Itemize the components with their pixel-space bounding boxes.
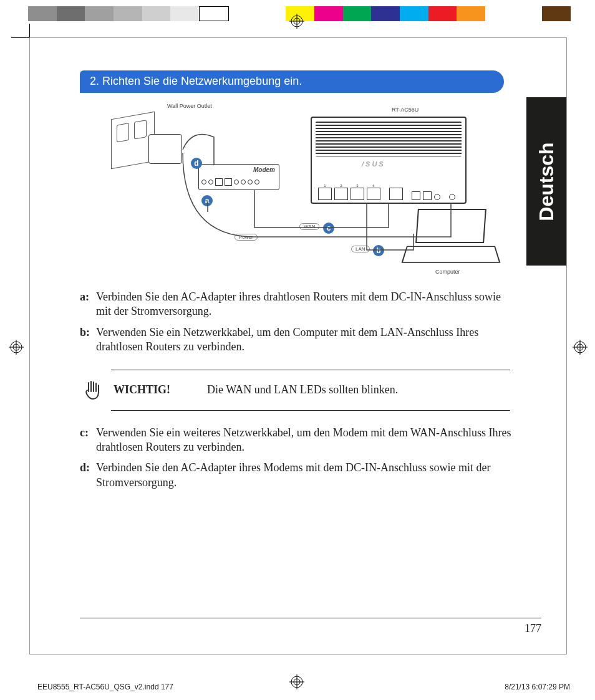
registration-mark-icon <box>573 340 588 355</box>
print-job-footer: EEU8555_RT-AC56U_QSG_v2.indd 177 8/21/13… <box>37 683 570 691</box>
modem-icon: Modem <box>198 164 279 190</box>
instruction-row: b: Verwenden Sie ein Netzwerkkabel, um d… <box>80 325 516 355</box>
instruction-text: Verbinden Sie den AC-Adapter ihres Modem… <box>96 461 516 490</box>
instruction-text: Verwenden Sie ein weiteres Netzwerkkabel… <box>96 426 516 455</box>
instruction-row: d: Verbinden Sie den AC-Adapter ihres Mo… <box>80 461 516 490</box>
important-label: WICHTIG! <box>114 383 207 396</box>
important-text: Die WAN und LAN LEDs sollten blinken. <box>207 383 398 396</box>
print-timestamp: 8/21/13 6:07:29 PM <box>505 683 570 691</box>
page-frame: Deutsch 2. Richten Sie die Netzwerkumgeb… <box>29 37 567 654</box>
instruction-key: c: <box>80 426 96 455</box>
registration-mark-icon <box>289 14 304 29</box>
language-label: Deutsch <box>535 142 558 221</box>
label-computer: Computer <box>435 269 460 275</box>
language-tab: Deutsch <box>526 97 566 266</box>
modem-label: Modem <box>253 166 275 173</box>
label-lan: LAN <box>351 246 370 252</box>
important-note: WICHTIG! Die WAN und LAN LEDs sollten bl… <box>111 370 510 411</box>
instruction-row: c: Verwenden Sie ein weiteres Netzwerkka… <box>80 426 516 455</box>
print-file-name: EEU8555_RT-AC56U_QSG_v2.indd 177 <box>37 683 173 691</box>
instruction-list-2: c: Verwenden Sie ein weiteres Netzwerkka… <box>80 426 516 491</box>
laptop-icon <box>404 209 498 265</box>
label-wan: WAN <box>299 223 319 230</box>
instruction-row: a: Verbinden Sie den AC-Adapter ihres dr… <box>80 290 516 319</box>
router-icon: /SUS 1 2 3 4 <box>311 117 467 204</box>
instruction-list-1: a: Verbinden Sie den AC-Adapter ihres dr… <box>80 290 516 355</box>
label-wall-outlet: Wall Power Outlet <box>167 103 212 109</box>
page-footer: 177 <box>80 618 541 635</box>
callout-a: a <box>201 195 213 206</box>
page-number: 177 <box>525 622 541 635</box>
router-logo: /SUS <box>362 160 385 168</box>
label-power: Power <box>235 234 258 241</box>
section-heading: 2. Richten Sie die Netzwerkumgebung ein. <box>80 70 504 93</box>
power-adapter-icon <box>148 134 182 164</box>
instruction-text: Verbinden Sie den AC-Adapter ihres draht… <box>96 290 516 319</box>
callout-d: d <box>191 158 202 169</box>
setup-diagram: Wall Power Outlet RT-AC56U Modem /SUS 1 <box>105 103 491 277</box>
instruction-key: b: <box>80 325 96 355</box>
instruction-text: Verwenden Sie ein Netzwerkkabel, um den … <box>96 325 516 355</box>
instruction-key: d: <box>80 461 96 490</box>
hand-icon <box>80 376 105 404</box>
callout-b: b <box>373 245 384 256</box>
registration-mark-icon <box>9 340 24 355</box>
callout-c: c <box>323 223 334 234</box>
label-router-model: RT-AC56U <box>392 107 418 113</box>
instruction-key: a: <box>80 290 96 319</box>
